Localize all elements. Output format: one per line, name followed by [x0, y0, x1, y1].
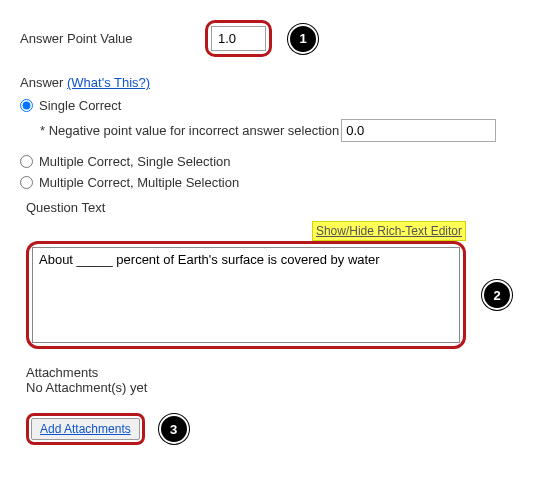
- multi-multi-radio[interactable]: [20, 176, 33, 189]
- question-text-label: Question Text: [26, 200, 105, 215]
- callout-1: 1: [288, 24, 318, 54]
- neg-point-input[interactable]: [341, 119, 496, 142]
- multi-single-radio[interactable]: [20, 155, 33, 168]
- answer-point-value-input[interactable]: [211, 26, 266, 51]
- callout-3: 3: [159, 414, 189, 444]
- attachments-heading: Attachments: [26, 365, 531, 380]
- add-attachments-highlight: Add Attachments: [26, 413, 145, 445]
- multi-multi-label: Multiple Correct, Multiple Selection: [39, 175, 239, 190]
- answer-point-value-label: Answer Point Value: [20, 31, 205, 46]
- single-correct-radio[interactable]: [20, 99, 33, 112]
- question-textarea-highlight: [26, 241, 466, 349]
- answer-label: Answer: [20, 75, 63, 90]
- single-correct-label: Single Correct: [39, 98, 121, 113]
- no-attachments-text: No Attachment(s) yet: [26, 380, 531, 395]
- callout-2: 2: [482, 280, 512, 310]
- multi-single-label: Multiple Correct, Single Selection: [39, 154, 230, 169]
- neg-point-label: * Negative point value for incorrect ans…: [40, 123, 339, 138]
- point-value-highlight: [205, 20, 272, 57]
- toggle-rich-text-link[interactable]: Show/Hide Rich-Text Editor: [312, 221, 466, 241]
- whats-this-link[interactable]: (What's This?): [67, 75, 150, 90]
- question-textarea[interactable]: [32, 247, 460, 343]
- add-attachments-button[interactable]: Add Attachments: [31, 418, 140, 440]
